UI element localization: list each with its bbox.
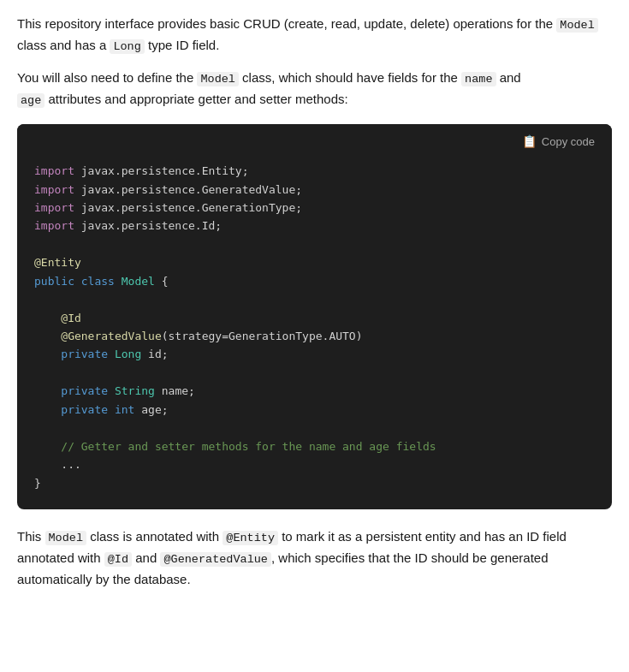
para2-text3: and — [496, 70, 521, 85]
paragraph-2: You will also need to define the Model c… — [17, 68, 612, 111]
para1-text2: class and has a — [17, 38, 110, 52]
para3-text2: class is annotated with — [86, 529, 223, 544]
para1-code1: Model — [556, 18, 598, 33]
para3-code3: @Id — [104, 552, 132, 567]
para1-text1: This repository interface provides basic… — [17, 16, 556, 31]
code-content: import javax.persistence.Entity; import … — [17, 158, 612, 509]
para2-text2: class, which should have fields for the — [239, 70, 461, 85]
paragraph-3: This Model class is annotated with @Enti… — [17, 526, 612, 591]
code-block-header: 📋 Copy code — [17, 124, 612, 158]
para3-text1: This — [17, 529, 45, 544]
copy-icon: 📋 — [522, 134, 537, 148]
code-block-container: 📋 Copy code import javax.persistence.Ent… — [17, 124, 612, 509]
para3-code2: @Entity — [223, 531, 278, 545]
copy-label: Copy code — [542, 135, 595, 148]
para2-code3: age — [17, 93, 45, 108]
para2-text1: You will also need to define the — [17, 70, 197, 85]
para1-code2: Long — [110, 39, 144, 54]
para1-text3: type ID field. — [145, 38, 220, 52]
para3-text4: and — [132, 550, 160, 565]
para3-code1: Model — [45, 531, 87, 545]
copy-code-button[interactable]: 📋 Copy code — [517, 131, 600, 152]
para2-code2: name — [461, 72, 495, 86]
paragraph-1: This repository interface provides basic… — [17, 14, 612, 57]
para2-code1: Model — [197, 72, 239, 86]
code-pre: import javax.persistence.Entity; import … — [34, 162, 595, 492]
para2-text4: attributes and appropriate getter and se… — [45, 92, 347, 106]
para3-code4: @GeneratedValue — [160, 552, 271, 567]
